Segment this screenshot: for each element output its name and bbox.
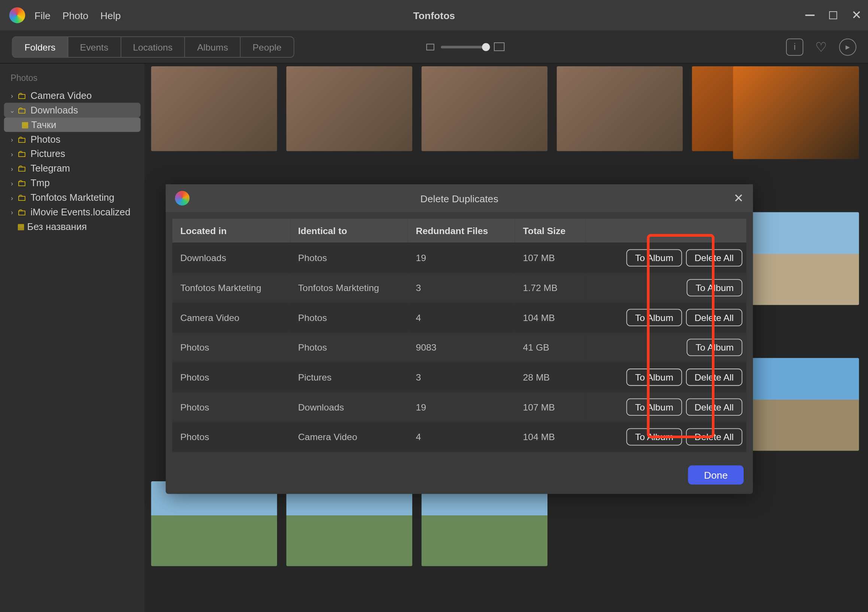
sidebar-item-untitled[interactable]: ›▦Без названия bbox=[4, 219, 141, 234]
favorite-icon[interactable]: ♡ bbox=[815, 39, 827, 55]
to-album-button[interactable]: To Album bbox=[626, 368, 682, 386]
cell-size: 104 MB bbox=[515, 422, 586, 452]
view-tabs: Folders Events Locations Albums People bbox=[12, 36, 294, 57]
delete-all-button[interactable]: Delete All bbox=[686, 309, 742, 326]
zoom-slider[interactable] bbox=[441, 45, 487, 48]
to-album-button[interactable]: To Album bbox=[626, 249, 682, 267]
to-album-button[interactable]: To Album bbox=[687, 339, 742, 356]
cell-located-in: Downloads bbox=[172, 243, 290, 273]
app-logo-icon bbox=[9, 7, 25, 23]
thumbnail[interactable] bbox=[557, 66, 683, 151]
table-row[interactable]: DownloadsPhotos19107 MBTo AlbumDelete Al… bbox=[172, 243, 746, 273]
cell-size: 104 MB bbox=[515, 303, 586, 332]
cell-located-in: Photos bbox=[172, 332, 290, 363]
sidebar-item-downloads[interactable]: ⌄🗀Downloads bbox=[4, 103, 141, 117]
dialog-title: Delete Duplicates bbox=[420, 193, 498, 204]
to-album-button[interactable]: To Album bbox=[626, 428, 682, 445]
tab-events[interactable]: Events bbox=[68, 37, 121, 57]
delete-all-button[interactable]: Delete All bbox=[686, 399, 742, 416]
sidebar-item-marketing[interactable]: ›🗀Tonfotos Markteting bbox=[4, 190, 141, 205]
col-redundant-files[interactable]: Redundant Files bbox=[408, 219, 515, 243]
thumbnail[interactable] bbox=[287, 66, 412, 151]
cell-identical-to: Pictures bbox=[290, 362, 408, 392]
cell-identical-to: Photos bbox=[290, 332, 408, 363]
to-album-button[interactable]: To Album bbox=[626, 309, 682, 326]
play-button[interactable]: ▸ bbox=[839, 38, 856, 56]
tab-folders[interactable]: Folders bbox=[13, 37, 68, 57]
delete-all-button[interactable]: Delete All bbox=[686, 428, 742, 445]
sidebar-item-pictures[interactable]: ›🗀Pictures bbox=[4, 146, 141, 161]
table-row[interactable]: Tonfotos MarktetingTonfotos Markteting31… bbox=[172, 273, 746, 303]
cell-size: 28 MB bbox=[515, 362, 586, 392]
tab-albums[interactable]: Albums bbox=[185, 37, 241, 57]
thumbnail[interactable] bbox=[422, 481, 547, 566]
thumbnail[interactable] bbox=[151, 66, 277, 151]
table-row[interactable]: PhotosDownloads19107 MBTo AlbumDelete Al… bbox=[172, 392, 746, 422]
sidebar: Photos ›🗀Camera Video ⌄🗀Downloads ▦Тачки… bbox=[0, 64, 144, 612]
sidebar-item-tachki[interactable]: ▦Тачки bbox=[4, 117, 141, 132]
thumbnail[interactable] bbox=[733, 66, 859, 159]
table-row[interactable]: PhotosPictures328 MBTo AlbumDelete All bbox=[172, 362, 746, 392]
thumbnail[interactable] bbox=[151, 481, 277, 566]
thumbnail[interactable] bbox=[422, 66, 547, 151]
zoom-control bbox=[426, 42, 504, 51]
thumb-large-icon[interactable] bbox=[494, 42, 504, 51]
cell-size: 107 MB bbox=[515, 392, 586, 422]
tab-people[interactable]: People bbox=[241, 37, 294, 57]
cell-files: 4 bbox=[408, 303, 515, 332]
delete-all-button[interactable]: Delete All bbox=[686, 368, 742, 386]
window-controls: ✕ bbox=[806, 8, 862, 22]
cell-located-in: Photos bbox=[172, 362, 290, 392]
delete-all-button[interactable]: Delete All bbox=[686, 249, 742, 267]
cell-located-in: Tonfotos Markteting bbox=[172, 273, 290, 303]
titlebar: File Photo Help Tonfotos ✕ bbox=[0, 0, 868, 30]
sidebar-item-imovie[interactable]: ›🗀iMovie Events.localized bbox=[4, 205, 141, 219]
dialog-header: Delete Duplicates ✕ bbox=[166, 184, 753, 212]
toolbar: Folders Events Locations Albums People i… bbox=[0, 30, 868, 64]
duplicates-table: Located in Identical to Redundant Files … bbox=[172, 219, 746, 452]
minimize-icon[interactable] bbox=[806, 15, 815, 16]
tab-locations[interactable]: Locations bbox=[121, 37, 185, 57]
maximize-icon[interactable] bbox=[829, 11, 837, 19]
cell-files: 3 bbox=[408, 362, 515, 392]
info-button[interactable]: i bbox=[786, 38, 803, 56]
close-icon[interactable]: ✕ bbox=[851, 8, 862, 22]
sidebar-item-photos[interactable]: ›🗀Photos bbox=[4, 132, 141, 146]
col-actions bbox=[586, 219, 746, 243]
cell-identical-to: Camera Video bbox=[290, 422, 408, 452]
cell-files: 3 bbox=[408, 273, 515, 303]
cell-identical-to: Photos bbox=[290, 243, 408, 273]
to-album-button[interactable]: To Album bbox=[626, 399, 682, 416]
cell-files: 4 bbox=[408, 422, 515, 452]
to-album-button[interactable]: To Album bbox=[687, 279, 742, 296]
table-row[interactable]: Camera VideoPhotos4104 MBTo AlbumDelete … bbox=[172, 303, 746, 332]
sidebar-item-tmp[interactable]: ›🗀Tmp bbox=[4, 176, 141, 190]
col-located-in[interactable]: Located in bbox=[172, 219, 290, 243]
menu-file[interactable]: File bbox=[34, 10, 51, 21]
col-identical-to[interactable]: Identical to bbox=[290, 219, 408, 243]
dialog-close-icon[interactable]: ✕ bbox=[733, 191, 744, 206]
cell-files: 9083 bbox=[408, 332, 515, 363]
cell-size: 107 MB bbox=[515, 243, 586, 273]
menu-photo[interactable]: Photo bbox=[62, 10, 88, 21]
sidebar-item-camera-video[interactable]: ›🗀Camera Video bbox=[4, 88, 141, 103]
cell-located-in: Photos bbox=[172, 422, 290, 452]
cell-files: 19 bbox=[408, 392, 515, 422]
cell-located-in: Camera Video bbox=[172, 303, 290, 332]
thumbnail[interactable] bbox=[287, 481, 412, 566]
menu-bar: File Photo Help bbox=[34, 10, 121, 21]
menu-help[interactable]: Help bbox=[100, 10, 121, 21]
thumb-small-icon[interactable] bbox=[426, 43, 434, 50]
done-button[interactable]: Done bbox=[688, 466, 744, 485]
cell-size: 1.72 MB bbox=[515, 273, 586, 303]
col-total-size[interactable]: Total Size bbox=[515, 219, 586, 243]
sidebar-item-telegram[interactable]: ›🗀Telegram bbox=[4, 161, 141, 176]
cell-identical-to: Photos bbox=[290, 303, 408, 332]
delete-duplicates-dialog: Delete Duplicates ✕ Located in Identical… bbox=[166, 184, 753, 494]
table-row[interactable]: PhotosCamera Video4104 MBTo AlbumDelete … bbox=[172, 422, 746, 452]
cell-identical-to: Tonfotos Markteting bbox=[290, 273, 408, 303]
app-logo-icon bbox=[175, 191, 189, 206]
sidebar-header: Photos bbox=[4, 70, 141, 89]
table-row[interactable]: PhotosPhotos908341 GBTo Album bbox=[172, 332, 746, 363]
cell-files: 19 bbox=[408, 243, 515, 273]
